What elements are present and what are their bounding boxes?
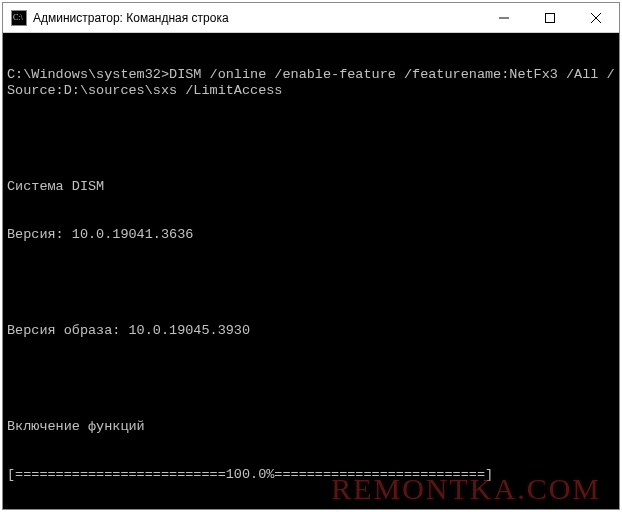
close-button[interactable] (573, 3, 619, 32)
titlebar[interactable]: C:\ Администратор: Командная строка (3, 3, 619, 33)
watermark: REMONTKA.COM (331, 481, 601, 497)
terminal-line: Включение функций (7, 419, 615, 435)
window-controls (481, 3, 619, 32)
svg-rect-4 (546, 13, 555, 22)
terminal-line (7, 371, 615, 387)
terminal-line: Cистема DISM (7, 179, 615, 195)
maximize-button[interactable] (527, 3, 573, 32)
terminal-line: Версия: 10.0.19041.3636 (7, 227, 615, 243)
terminal-line: Версия образа: 10.0.19045.3930 (7, 323, 615, 339)
terminal-line: C:\Windows\system32>DISM /online /enable… (7, 67, 615, 99)
minimize-button[interactable] (481, 3, 527, 32)
progress-bar: [==========================100.0%=======… (7, 467, 615, 483)
terminal-line (7, 131, 615, 147)
cmd-icon: C:\ (11, 10, 27, 26)
terminal-body[interactable]: C:\Windows\system32>DISM /online /enable… (3, 33, 619, 509)
window-title: Администратор: Командная строка (33, 11, 481, 25)
svg-text:C:\: C:\ (13, 13, 24, 22)
terminal-line (7, 275, 615, 291)
prompt: C:\Windows\system32> (7, 67, 169, 82)
command-prompt-window: C:\ Администратор: Командная строка C:\W… (2, 2, 620, 510)
